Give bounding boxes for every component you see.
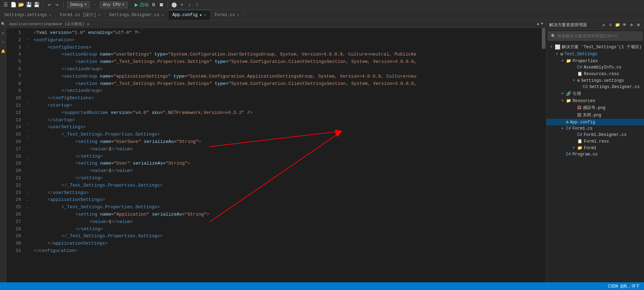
breakpoint-icon[interactable]: ⬤ — [171, 2, 177, 8]
tree-item-resources-resx[interactable]: ▶ 📋 Resources.resx — [546, 71, 644, 77]
save-icon[interactable]: 💾 — [26, 2, 31, 8]
tab-close-settings-settings[interactable]: ✕ — [49, 13, 51, 17]
tab-close-app-config[interactable]: ✕ — [204, 13, 206, 17]
info-scroll-icon[interactable]: ◀ — [537, 22, 539, 26]
expand-program[interactable]: ▶ — [560, 152, 565, 157]
status-bar: CSDN @风，停下 — [0, 282, 644, 290]
filter-icon[interactable]: ⚙ — [629, 22, 634, 28]
undo-icon[interactable]: ↩ — [47, 2, 52, 8]
expand-settings-designer[interactable]: ▶ — [577, 85, 581, 89]
fold-14[interactable]: − — [24, 120, 31, 127]
tab-close-form1[interactable]: ✕ — [237, 13, 239, 17]
tree-item-exclamation-png[interactable]: ▶ 🖼 感叹号.png — [546, 104, 644, 111]
run-button[interactable]: ▶ 启动 — [135, 2, 149, 8]
expand-form1-designer[interactable]: ▶ — [572, 133, 576, 137]
step-over-icon[interactable]: ↷ — [179, 2, 185, 8]
cs-icon-2: C# — [583, 85, 588, 89]
code-line-3: <configSections> — [34, 44, 538, 51]
new-folder-icon[interactable]: 📁 — [615, 22, 620, 28]
tree-item-assemblyinfo[interactable]: ▶ C# AssemblyInfo.cs — [546, 64, 644, 71]
menu-icon[interactable]: ☰ — [3, 2, 8, 8]
tab-form1-cs[interactable]: Form1.cs ✕ — [211, 10, 244, 20]
expand-assemblyinfo[interactable]: ▶ — [572, 65, 576, 70]
tree-item-close-png[interactable]: ▶ 🖼 关闭.png — [546, 111, 644, 119]
fold-3[interactable]: − — [24, 43, 31, 50]
form1-folder-icon: 📁 — [577, 145, 582, 151]
code-line-10: </configSections> — [34, 95, 538, 102]
show-all-icon[interactable]: 👁 — [622, 22, 627, 28]
open-icon[interactable]: 📂 — [18, 2, 24, 8]
tree-item-solution[interactable]: ▼ ⬜ 解决方案 'Test_Settings'(1 个项目) — [546, 43, 644, 51]
collapse-all-icon[interactable]: ≡ — [608, 22, 613, 28]
tab-settings-designer[interactable]: Settings.Designer.cs ✕ — [105, 10, 168, 20]
tree-item-program[interactable]: ▶ C# Program.cs — [546, 151, 644, 158]
fold-2[interactable]: − — [24, 36, 31, 43]
stop-icon[interactable]: ⏹ — [158, 2, 164, 8]
expand-solution[interactable]: ▼ — [549, 45, 553, 49]
expand-close-png[interactable]: ▶ — [572, 113, 576, 117]
expand-form1[interactable]: ▼ — [560, 127, 565, 131]
save-all-icon[interactable]: 💾 — [34, 2, 39, 8]
expand-properties[interactable]: ▼ — [560, 59, 565, 63]
sync-icon[interactable]: ↺ — [601, 22, 606, 28]
tree-item-settings-designer[interactable]: ▶ C# Settings.Designer.cs — [546, 84, 644, 90]
png-icon-1: 🖼 — [577, 105, 581, 110]
tab-modified-indicator: ● — [200, 13, 202, 17]
debug-selector[interactable]: Debug ▼ — [67, 1, 90, 8]
code-editor[interactable]: <?xml version="1.0" encoding="utf-8" ?> … — [31, 28, 541, 282]
fold-19[interactable]: − — [24, 155, 31, 162]
new-icon[interactable]: 📄 — [10, 2, 16, 8]
redo-icon[interactable]: ↪ — [54, 2, 60, 8]
step-into-icon[interactable]: ↓ — [187, 2, 192, 8]
expand-form1-resx[interactable]: ▶ — [572, 139, 576, 144]
status-text: CSDN @风，停下 — [608, 283, 640, 289]
project-label: Test_Settings — [565, 52, 597, 57]
solution-search-input[interactable] — [557, 34, 639, 38]
expand-project[interactable]: ▼ — [555, 52, 559, 56]
fold-25[interactable]: − — [24, 197, 31, 204]
expand-resources-resx[interactable]: ▶ — [572, 72, 576, 76]
expand-app-config[interactable]: ▶ — [560, 120, 565, 124]
tree-item-project[interactable]: ▼ ⚙ Test_Settings — [546, 51, 644, 58]
pause-icon[interactable]: ⏸ — [151, 2, 156, 8]
scrollbar-thumb[interactable] — [542, 28, 545, 49]
tab-close-settings-designer[interactable]: ✕ — [162, 13, 164, 17]
tree-item-form1[interactable]: ▼ C# Form1.cs — [546, 125, 644, 132]
tab-app-config[interactable]: App.config ● ✕ — [168, 10, 211, 20]
tree-item-app-config[interactable]: ▶ ⚙ App.config — [546, 119, 644, 125]
code-line-1: <?xml version="1.0" encoding="utf-8" ?> — [34, 29, 538, 37]
fold-11[interactable]: − — [24, 99, 31, 106]
tree-item-form1-designer[interactable]: ▶ C# Form1.Designer.cs — [546, 132, 644, 138]
fold-15[interactable]: − — [24, 127, 31, 134]
tab-form1-design[interactable]: Form1.cs [设计] ✕ — [56, 10, 105, 20]
editor-container: ApplicationSettingsBase [从元数组] а ◀ ▼ 123… — [6, 20, 644, 282]
solution-search-bar[interactable]: 🔍 — [548, 31, 643, 41]
expand-resources[interactable]: ▼ — [560, 99, 565, 103]
fold-16[interactable]: − — [24, 134, 31, 141]
properties-icon[interactable]: ⊞ — [636, 22, 641, 28]
project-icon: ⚙ — [560, 51, 563, 57]
gutter-icon-4: 🔔 — [1, 49, 6, 54]
vertical-scrollbar[interactable] — [541, 28, 546, 282]
tree-item-properties[interactable]: ▼ 📁 Properties — [546, 58, 644, 64]
expand-form1-folder[interactable]: ▼ — [572, 146, 576, 150]
info-dropdown-icon[interactable]: ▼ — [541, 22, 543, 26]
tab-settings-settings[interactable]: Settings.settings ✕ — [0, 10, 56, 20]
expand-references[interactable]: ▼ — [560, 92, 565, 96]
tree-item-form1-folder[interactable]: ▼ 📁 Form1 — [546, 145, 644, 151]
code-line-12: <supportedRuntime version="v4.0" sku=".N… — [34, 109, 538, 117]
expand-exclamation[interactable]: ▶ — [572, 106, 576, 110]
tree-item-form1-resx[interactable]: ▶ 📋 Form1.resx — [546, 138, 644, 145]
cpu-selector[interactable]: Any CPU ▼ — [100, 1, 128, 8]
tree-item-resources-folder[interactable]: ▼ 📁 Resources — [546, 97, 644, 104]
expand-settings-settings[interactable]: ▼ — [572, 79, 576, 82]
top-toolbar: ☰ 📄 📂 💾 💾 ↩ ↪ Debug ▼ - Any CPU ▼ ▶ 启动 ⏸… — [0, 0, 644, 10]
tree-item-settings-settings[interactable]: ▼ ⚙ Settings.settings — [546, 77, 644, 84]
tab-close-form1-design[interactable]: ✕ — [98, 13, 100, 17]
fold-24[interactable]: − — [24, 190, 31, 197]
code-line-30: </applicationSettings> — [34, 240, 538, 247]
info-bar-left: ApplicationSettingsBase [从元数组] а — [9, 21, 89, 27]
tree-item-references[interactable]: ▼ 🔗 引用 — [546, 90, 644, 97]
step-out-icon[interactable]: ↑ — [194, 2, 200, 8]
fold-26[interactable]: − — [24, 204, 31, 211]
